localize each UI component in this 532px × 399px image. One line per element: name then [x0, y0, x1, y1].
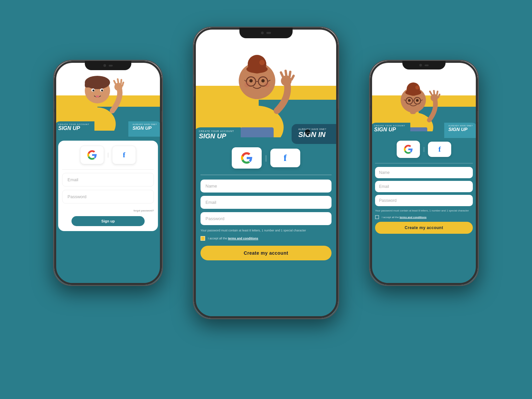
phones-container: CREATE YOUR ACCOUNT SIGN UP ALREADY HAVE…	[33, 17, 499, 382]
svg-point-8	[95, 95, 99, 97]
center-terms-checkbox[interactable]	[200, 236, 205, 241]
svg-line-52	[438, 94, 440, 97]
phone-right-screen: CREATE YOUR ACCOUNT SIGN UP ALREADY HAVE…	[370, 61, 478, 285]
right-password-input[interactable]	[375, 195, 473, 206]
center-password-hint: Your password must contain at least 8 le…	[200, 228, 332, 233]
center-name-input[interactable]	[200, 180, 332, 193]
phone-left: CREATE YOUR ACCOUNT SIGN UP ALREADY HAVE…	[53, 60, 163, 286]
right-social-buttons: | f	[375, 141, 473, 158]
svg-line-51	[437, 91, 438, 95]
phone-center: ALREADY HAVE ONE? SIGN IN CREATE YOUR AC…	[193, 27, 339, 319]
svg-line-10	[114, 81, 116, 84]
right-terms-row: I accept all the terms and conditions	[375, 215, 473, 219]
phone-right: CREATE YOUR ACCOUNT SIGN UP ALREADY HAVE…	[369, 60, 479, 286]
svg-line-11	[118, 79, 118, 83]
svg-line-13	[122, 82, 123, 86]
svg-point-40	[415, 85, 419, 89]
svg-line-33	[292, 76, 294, 79]
center-google-btn[interactable]	[232, 147, 262, 169]
center-facebook-btn[interactable]: f	[270, 149, 300, 167]
right-facebook-btn[interactable]: f	[428, 142, 451, 157]
svg-point-46	[408, 99, 411, 102]
right-create-btn[interactable]: Create my account	[375, 222, 473, 234]
svg-point-47	[416, 99, 419, 102]
phone-left-screen: CREATE YOUR ACCOUNT SIGN UP ALREADY HAVE…	[54, 61, 162, 285]
right-email-input[interactable]	[375, 181, 473, 192]
right-divider-line	[375, 163, 473, 164]
svg-line-31	[286, 71, 286, 75]
center-password-input[interactable]	[200, 212, 332, 225]
center-social-buttons: | f	[200, 147, 332, 169]
center-terms-text: I accept all the terms and conditions	[208, 237, 258, 240]
right-terms-text: I accept all the terms and conditions	[382, 216, 427, 219]
center-create-label: CREATE YOUR ACCOUNT	[199, 130, 234, 132]
svg-line-12	[121, 80, 121, 83]
right-facebook-icon: f	[438, 146, 441, 153]
center-divider-line	[200, 175, 332, 175]
phone-center-screen: ALREADY HAVE ONE? SIGN IN CREATE YOUR AC…	[194, 28, 338, 318]
center-signin-label[interactable]: SIGN IN	[298, 130, 336, 139]
svg-line-30	[281, 72, 283, 77]
svg-point-6	[92, 89, 94, 91]
svg-point-19	[259, 60, 265, 65]
svg-point-25	[249, 79, 253, 82]
svg-line-50	[434, 91, 434, 94]
svg-line-49	[430, 91, 432, 94]
center-create-btn[interactable]: Create my account	[200, 246, 332, 260]
svg-line-32	[290, 72, 290, 76]
left-email-input[interactable]	[62, 173, 154, 187]
svg-point-27	[244, 82, 250, 87]
svg-point-7	[101, 89, 103, 91]
left-signup-btn[interactable]: Sign up	[71, 216, 145, 226]
right-terms-checkbox[interactable]	[375, 215, 379, 219]
left-forgot[interactable]: forgot password?	[62, 207, 154, 213]
left-password-input[interactable]	[62, 190, 154, 203]
right-signup-label: SIGN UP	[374, 127, 405, 133]
right-social-divider: |	[423, 146, 425, 152]
right-signup2-label: SIGN UP	[448, 127, 473, 132]
right-name-input[interactable]	[375, 167, 473, 178]
svg-point-39	[405, 89, 421, 95]
center-social-divider: |	[265, 154, 267, 162]
center-terms-row: I accept all the terms and conditions	[200, 236, 332, 241]
svg-point-28	[264, 82, 270, 87]
left-facebook-icon: f	[119, 150, 129, 160]
svg-point-18	[246, 65, 268, 73]
left-google-btn[interactable]	[80, 146, 104, 164]
left-signup-label: SIGN UP	[58, 125, 89, 131]
left-divider-line	[62, 169, 154, 170]
svg-rect-3	[85, 82, 91, 87]
left-social-buttons: | f	[62, 146, 154, 164]
right-google-btn[interactable]	[397, 141, 420, 158]
right-password-hint: Your password must contain at least 8 le…	[375, 209, 473, 212]
center-terms-link[interactable]: terms and conditions	[228, 237, 258, 240]
right-terms-link[interactable]: terms and conditions	[400, 216, 427, 219]
left-facebook-btn[interactable]: f	[112, 146, 136, 164]
center-already-label: ALREADY HAVE ONE?	[298, 128, 336, 130]
center-facebook-icon: f	[284, 153, 287, 163]
left-divider: |	[107, 152, 109, 158]
center-signup-label: SIGN UP	[199, 132, 234, 140]
svg-point-26	[261, 79, 265, 82]
left-signup2-label: SIGN UP	[132, 125, 157, 131]
center-email-input[interactable]	[200, 196, 332, 209]
